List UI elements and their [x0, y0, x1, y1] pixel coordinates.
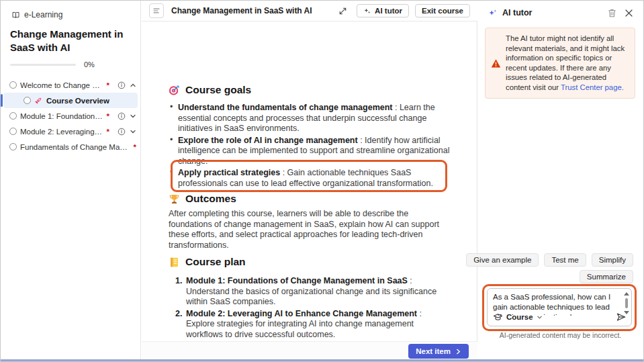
- required-asterisk: *: [107, 112, 109, 120]
- sidebar-course-title: Change Management in SaaS with AI: [10, 28, 130, 54]
- expand-icon[interactable]: [338, 6, 348, 16]
- ai-sparkle-icon: [488, 8, 498, 17]
- required-asterisk: *: [107, 81, 109, 89]
- next-item-label: Next item: [416, 347, 451, 355]
- sidebar-item-label: Course Overview: [46, 97, 109, 105]
- trash-icon[interactable]: [607, 8, 617, 18]
- graduation-cap-icon: [493, 312, 503, 322]
- sidebar-item-label: Fundamentals of Change Management i...: [20, 143, 130, 151]
- goal-item: Explore the role of AI in change managem…: [169, 136, 452, 167]
- outcomes-paragraph: After completing this course, learners w…: [169, 209, 452, 251]
- exit-course-button-label: Exit course: [422, 7, 463, 15]
- sidebar-item-course-overview[interactable]: Course Overview: [3, 93, 138, 108]
- radio-icon[interactable]: [9, 112, 17, 120]
- ai-disclaimer: AI-generated content may be incorrect.: [477, 331, 643, 339]
- progress-percent: 0%: [84, 60, 95, 69]
- rocket-icon: [34, 96, 43, 105]
- info-icon[interactable]: [118, 112, 126, 120]
- course-nav: Welcome to Change Management... * Course…: [1, 77, 140, 154]
- scope-dropdown[interactable]: Course: [493, 312, 543, 322]
- ai-warning-banner: The AI tutor might not identify all rele…: [485, 28, 635, 99]
- progress-row: 0%: [10, 60, 140, 69]
- main-header: Change Management in SaaS with AI AI tut…: [142, 1, 477, 21]
- heading-text: Course plan: [185, 255, 246, 269]
- chat-composer[interactable]: As a SaaS professional, how can I gain a…: [487, 288, 632, 326]
- sidebar-item-label: Module 2: Leveraging AI to Enhan...: [20, 128, 103, 136]
- required-asterisk: *: [107, 128, 109, 136]
- app-window: e-Learning Change Management in SaaS wit…: [0, 0, 644, 362]
- ai-tutor-panel: AI tutor The AI tutor might not identify…: [477, 1, 643, 359]
- list-lines-icon: [152, 6, 161, 15]
- chip-simplify[interactable]: Simplify: [592, 253, 633, 267]
- trophy-icon: [169, 193, 180, 205]
- app-label-row: e-Learning: [1, 10, 140, 19]
- window-bottom-edge: [1, 359, 643, 361]
- goal-item: Understand the fundamentals of change ma…: [169, 103, 452, 134]
- course-plan-heading: Course plan: [169, 255, 452, 269]
- sidebar-item-welcome[interactable]: Welcome to Change Management... *: [1, 77, 140, 93]
- ai-tutor-button-label: AI tutor: [375, 7, 402, 15]
- trust-center-link[interactable]: Trust Center page.: [561, 83, 624, 91]
- outcomes-heading: Outcomes: [169, 192, 452, 206]
- heading-text: Outcomes: [185, 192, 236, 206]
- chip-summarize[interactable]: Summarize: [580, 270, 633, 283]
- chip-give-an-example[interactable]: Give an example: [466, 253, 539, 267]
- ai-tutor-button[interactable]: AI tutor: [357, 4, 409, 17]
- scroll-up-arrow-icon[interactable]: [624, 292, 629, 296]
- radio-icon[interactable]: [24, 97, 31, 104]
- main-content-pane: Change Management in SaaS with AI AI tut…: [142, 1, 477, 359]
- book-icon: [11, 11, 20, 19]
- notebook-icon: [169, 257, 180, 268]
- chip-test-me[interactable]: Test me: [544, 253, 586, 267]
- sidebar-item-label: Welcome to Change Management...: [20, 81, 103, 89]
- chevron-down-icon[interactable]: [130, 128, 136, 135]
- sidebar-item-fundamentals[interactable]: Fundamentals of Change Management i... *: [1, 139, 140, 154]
- radio-icon[interactable]: [9, 128, 17, 135]
- ai-tutor-panel-title: AI tutor: [502, 8, 532, 17]
- course-document: Course goals Understand the fundamentals…: [142, 21, 477, 341]
- chevron-down-icon: [537, 314, 543, 320]
- composer-toolbar: Course: [493, 312, 627, 322]
- app-label: e-Learning: [24, 10, 62, 19]
- radio-icon[interactable]: [9, 143, 17, 150]
- main-footer: Next item: [142, 341, 477, 359]
- info-icon[interactable]: [118, 128, 126, 136]
- required-asterisk: *: [134, 143, 136, 151]
- goal-item-highlighted: Apply practical strategies : Gain action…: [169, 168, 452, 189]
- suggestion-chips: Give an example Test me Simplify Summari…: [466, 253, 633, 283]
- target-icon: [169, 85, 180, 96]
- selected-accent-bar: [1, 94, 3, 107]
- chevron-right-icon: [455, 349, 461, 355]
- plan-item: 1.Module 1: Foundations of Change Manage…: [175, 276, 452, 308]
- exit-course-button[interactable]: Exit course: [415, 4, 470, 17]
- plan-item: 2.Module 2: Leveraging AI to Enhance Cha…: [175, 309, 452, 341]
- chevron-down-icon[interactable]: [130, 113, 136, 120]
- sparkle-icon: [363, 7, 371, 15]
- warning-text: The AI tutor might not identify all rele…: [506, 34, 629, 93]
- sidebar-item-label: Module 1: Foundations of Change ...: [20, 112, 103, 120]
- ai-tutor-panel-header: AI tutor: [477, 1, 643, 25]
- sidebar-item-module-1[interactable]: Module 1: Foundations of Change ... *: [1, 108, 140, 124]
- scope-label: Course: [506, 313, 533, 321]
- course-goals-heading: Course goals: [169, 83, 452, 97]
- progress-bar: [10, 64, 76, 66]
- close-icon[interactable]: [625, 9, 633, 17]
- info-icon[interactable]: [118, 81, 126, 89]
- heading-text: Course goals: [185, 83, 251, 97]
- radio-icon[interactable]: [9, 81, 17, 89]
- chevron-up-icon[interactable]: [130, 82, 136, 89]
- outline-menu-button[interactable]: [149, 3, 164, 18]
- course-plan-list: 1.Module 1: Foundations of Change Manage…: [175, 276, 452, 340]
- send-icon[interactable]: [616, 312, 627, 322]
- sidebar-item-module-2[interactable]: Module 2: Leveraging AI to Enhan... *: [1, 124, 140, 139]
- course-goals-list: Understand the fundamentals of change ma…: [169, 103, 452, 189]
- main-header-title: Change Management in SaaS with AI: [171, 6, 312, 15]
- course-sidebar: e-Learning Change Management in SaaS wit…: [1, 1, 141, 359]
- warning-icon: [491, 34, 501, 93]
- next-item-button[interactable]: Next item: [408, 344, 469, 359]
- scrollbar-thumb[interactable]: [625, 298, 628, 308]
